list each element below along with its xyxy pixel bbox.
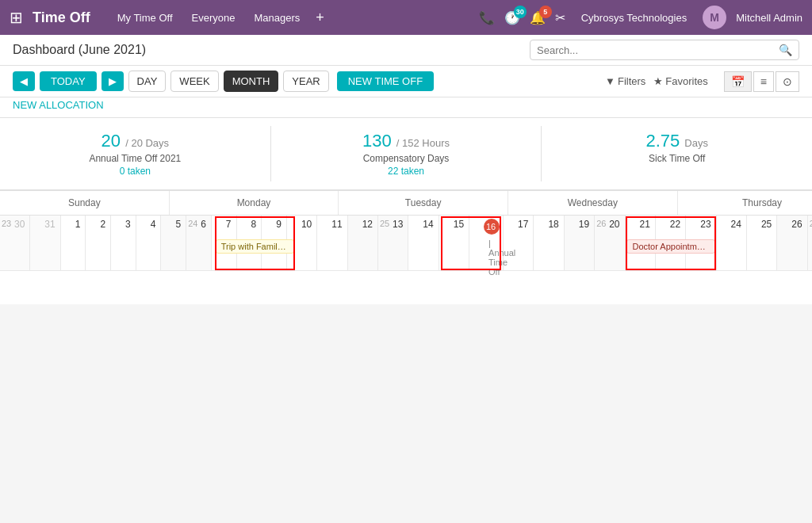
filter-icon: ▼ xyxy=(605,75,615,87)
cal-cell[interactable]: 12 xyxy=(348,216,378,271)
new-time-off-button[interactable]: NEW TIME OFF xyxy=(337,71,434,91)
cal-cell[interactable]: 4 xyxy=(136,216,162,271)
toolbar: ◀ TODAY ▶ DAY WEEK MONTH YEAR NEW TIME O… xyxy=(0,66,812,97)
subheader: Dashboard (June 2021) 🔍 xyxy=(0,35,812,66)
cal-cell[interactable]: 246 xyxy=(186,216,212,271)
list-view-icon[interactable]: ≡ xyxy=(753,71,774,92)
stat-comp-main: 130 / 152 Hours xyxy=(287,131,526,151)
cal-cell[interactable]: 3 xyxy=(111,216,136,271)
day-number: 10 xyxy=(301,219,313,230)
search-bar[interactable]: 🔍 xyxy=(530,40,799,60)
event-bar[interactable]: | Annual Time Off xyxy=(487,238,500,277)
cal-cell[interactable]: 2513 xyxy=(378,216,408,271)
day-number: 9 xyxy=(276,219,283,230)
stat-annual-value: 20 xyxy=(102,131,121,151)
stat-comp-taken: 22 taken xyxy=(287,166,526,177)
day-number: 23 xyxy=(700,219,712,230)
star-icon: ★ xyxy=(653,75,663,87)
week-number: 25 xyxy=(380,219,389,228)
calendar-view-icon[interactable]: 📅 xyxy=(724,71,752,92)
app-title: Time Off xyxy=(33,10,90,26)
stat-comp: 130 / 152 Hours Compensatory Days 22 tak… xyxy=(271,126,542,181)
calendar-header: Sunday Monday Tuesday Wednesday Thursday… xyxy=(0,191,812,216)
username: Mitchell Admin xyxy=(736,12,802,24)
cal-cell[interactable]: 25 xyxy=(747,216,777,271)
day-number: 21 xyxy=(640,219,652,230)
cal-cell[interactable]: 26 xyxy=(777,216,807,271)
cal-cell[interactable]: 15 xyxy=(439,216,469,271)
add-menu-button[interactable]: + xyxy=(311,10,329,26)
cal-cell[interactable]: 2330 xyxy=(0,216,30,271)
phone-icon[interactable]: 📞 xyxy=(479,10,495,25)
day-number: 25 xyxy=(761,219,773,230)
day-number: 12 xyxy=(362,219,374,230)
calendar-week-row-4: 2727282930123 xyxy=(808,216,812,271)
dow-thursday: Thursday xyxy=(678,191,812,215)
calendar-week-row-2: 2513141516171819| Annual Time Off xyxy=(378,216,595,271)
clock-view-icon[interactable]: ⊙ xyxy=(776,71,799,92)
week-view-button[interactable]: WEEK xyxy=(170,71,218,92)
company-name: Cybrosys Technologies xyxy=(581,12,687,24)
stat-sick-value: 2.75 xyxy=(645,131,680,151)
day-view-button[interactable]: DAY xyxy=(128,71,167,92)
day-number: 1 xyxy=(75,219,82,230)
bell-badge: 5 xyxy=(539,6,552,18)
day-number: 7 xyxy=(226,219,233,230)
view-icons: 📅 ≡ ⊙ xyxy=(724,71,799,92)
cal-cell[interactable]: 14 xyxy=(408,216,439,271)
nav-managers[interactable]: Managers xyxy=(246,9,308,27)
month-view-button[interactable]: MONTH xyxy=(224,71,279,92)
scissors-icon[interactable]: ✂ xyxy=(555,10,565,25)
cal-cell[interactable]: 2727 xyxy=(808,216,812,271)
calendar-grid: 23303112345246789101112Trip with Family … xyxy=(0,216,812,271)
stat-annual-taken: 0 taken xyxy=(16,166,255,177)
favorites-label: Favorites xyxy=(665,75,707,87)
event-bar[interactable]: Doctor Appointment : 2.75 days xyxy=(626,239,714,254)
stat-annual-main: 20 / 20 Days xyxy=(16,131,255,151)
clock-icon[interactable]: 🕐 30 xyxy=(504,10,520,25)
today-button[interactable]: TODAY xyxy=(40,71,97,91)
nav-my-time-off[interactable]: My Time Off xyxy=(109,9,181,27)
avatar[interactable]: M xyxy=(703,6,726,29)
prev-button[interactable]: ◀ xyxy=(13,71,35,91)
cal-cell[interactable]: 2 xyxy=(86,216,111,271)
toolbar-line2: NEW ALLOCATION xyxy=(0,97,812,118)
next-button[interactable]: ▶ xyxy=(102,71,124,91)
day-number: 24 xyxy=(731,219,743,230)
cal-cell[interactable]: 31 xyxy=(30,216,60,271)
new-allocation-button[interactable]: NEW ALLOCATION xyxy=(13,99,104,111)
event-bar[interactable]: Trip with Family : 22.00 hours xyxy=(216,239,295,254)
cal-cell[interactable]: 17 xyxy=(504,216,534,271)
day-number: 16 xyxy=(484,219,500,235)
stats-row: 20 / 20 Days Annual Time Off 2021 0 take… xyxy=(0,118,812,191)
stat-sick: 2.75 Days Sick Time Off xyxy=(542,126,812,181)
bell-icon[interactable]: 🔔 5 xyxy=(530,10,546,25)
favorites-button[interactable]: ★ Favorites xyxy=(653,75,707,87)
cal-cell[interactable]: 1 xyxy=(61,216,86,271)
day-number: 11 xyxy=(331,219,343,230)
cal-cell[interactable]: 2620 xyxy=(595,216,625,271)
cal-cell[interactable]: 18 xyxy=(534,216,564,271)
stat-sick-denom: Days xyxy=(684,137,708,149)
day-number: 6 xyxy=(201,219,208,230)
stat-sick-main: 2.75 Days xyxy=(557,131,796,151)
nav-everyone[interactable]: Everyone xyxy=(184,9,243,27)
day-number: 15 xyxy=(454,219,465,230)
toolbar-right: ▼ Filters ★ Favorites 📅 ≡ ⊙ xyxy=(605,71,799,92)
top-icons: 📞 🕐 30 🔔 5 ✂ Cybrosys Technologies M Mit… xyxy=(479,6,802,29)
top-navigation: ⊞ Time Off My Time Off Everyone Managers… xyxy=(0,0,812,35)
cal-cell[interactable]: 11 xyxy=(317,216,347,271)
week-number: 26 xyxy=(596,219,606,228)
calendar-week-row-1: 246789101112Trip with Family : 22.00 hou… xyxy=(186,216,378,271)
day-number: 8 xyxy=(251,219,259,230)
grid-icon[interactable]: ⊞ xyxy=(10,8,23,27)
stat-comp-label: Compensatory Days xyxy=(287,153,526,164)
day-number: 13 xyxy=(393,219,404,230)
filters-button[interactable]: ▼ Filters xyxy=(605,75,645,87)
cal-cell[interactable]: 19 xyxy=(565,216,595,271)
cal-cell[interactable]: 5 xyxy=(161,216,186,271)
day-number: 31 xyxy=(44,219,56,230)
search-input[interactable] xyxy=(537,44,779,56)
year-view-button[interactable]: YEAR xyxy=(283,71,328,92)
cal-cell[interactable]: 24 xyxy=(717,216,747,271)
